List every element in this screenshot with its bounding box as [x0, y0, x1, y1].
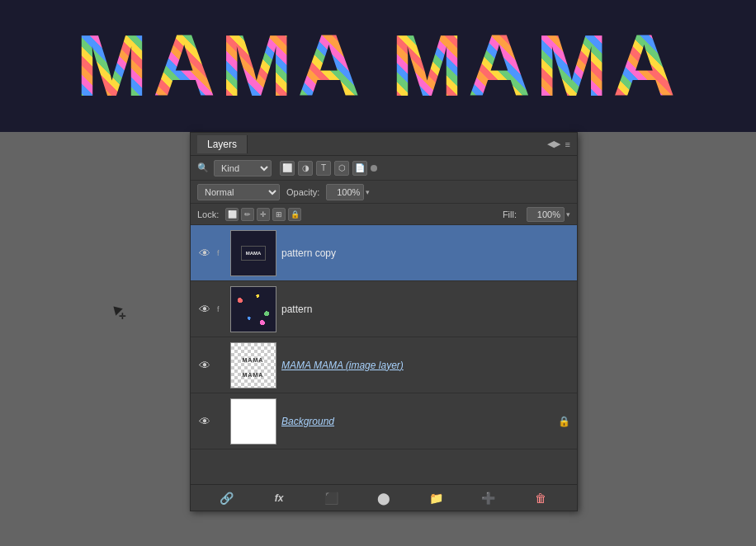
- layer-fx-badge: f: [217, 305, 225, 313]
- opacity-wrap: ▾: [326, 184, 370, 200]
- link-layers-button[interactable]: 🔗: [218, 489, 236, 507]
- layer-name: MAMA MAMA (image layer): [281, 360, 570, 371]
- fill-wrap: ▾: [527, 207, 570, 222]
- filter-adjust-icon[interactable]: ◑: [298, 161, 313, 176]
- tab-layers[interactable]: Layers: [197, 135, 248, 153]
- banner: MAMA MAMA: [0, 0, 756, 132]
- new-fill-button[interactable]: ⬛: [323, 489, 341, 507]
- layers-list: 👁 f MAMA pattern copy 👁 f p: [191, 225, 577, 456]
- search-icon: 🔍: [197, 162, 209, 173]
- blend-mode-select[interactable]: Normal: [197, 184, 280, 200]
- layer-name: Background: [281, 416, 553, 427]
- filter-icons: ⬜ ◑ T ⬡ 📄: [280, 161, 377, 176]
- thumbnail-dark-bg: MAMA: [231, 231, 276, 275]
- banner-title: MAMA MAMA: [76, 16, 680, 115]
- search-icon-wrap: 🔍: [197, 162, 209, 173]
- thumb-mama-label: MAMA MAMA: [243, 357, 264, 378]
- panel-collapse-icon[interactable]: ◀▶: [547, 139, 560, 149]
- layer-visibility-toggle[interactable]: 👁: [197, 414, 212, 429]
- layer-thumbnail: MAMA: [230, 230, 276, 276]
- layer-fx-badge: f: [217, 249, 225, 257]
- filter-pixel-icon[interactable]: ⬜: [280, 161, 295, 176]
- layer-row[interactable]: 👁 f pattern: [191, 281, 577, 337]
- canvas-area: ✛ Layers ◀▶ ≡ 🔍 Kind ⬜ ◑ T: [0, 132, 756, 546]
- opacity-input[interactable]: [326, 184, 364, 200]
- kind-select[interactable]: Kind: [214, 160, 272, 177]
- layer-thumbnail: [230, 398, 276, 445]
- panel-header: Layers ◀▶ ≡: [191, 133, 577, 156]
- thumb-mama-text-wrap: MAMA MAMA: [243, 351, 265, 380]
- layer-row[interactable]: 👁 f MAMA pattern copy: [191, 225, 577, 281]
- filter-type-icon[interactable]: T: [316, 161, 331, 176]
- cursor-move-icon: ✛: [119, 313, 125, 321]
- layer-row[interactable]: 👁 MAMA MAMA MAMA MAMA (image layer): [191, 337, 577, 393]
- layer-visibility-toggle[interactable]: 👁: [197, 358, 212, 373]
- thumbnail-white: [231, 399, 276, 444]
- layer-thumbnail: [230, 286, 276, 332]
- delete-layer-button[interactable]: 🗑: [532, 489, 550, 507]
- layer-row[interactable]: 👁 Background 🔒: [191, 393, 577, 450]
- new-layer-button[interactable]: ➕: [480, 489, 498, 507]
- lock-row: Lock: ⬜ ✏ ✛ ⊞ 🔒 Fill: ▾: [191, 204, 577, 225]
- layer-visibility-toggle[interactable]: 👁: [197, 302, 212, 317]
- layers-panel: Layers ◀▶ ≡ 🔍 Kind ⬜ ◑ T ⬡ 📄: [190, 132, 578, 511]
- thumb-label: MAMA: [246, 251, 262, 256]
- layer-thumbnail: MAMA MAMA: [230, 342, 276, 388]
- thumbnail-mama: MAMA MAMA: [231, 343, 276, 388]
- panel-tabs: Layers: [197, 135, 248, 153]
- layer-name: pattern copy: [281, 247, 570, 259]
- filter-smart-icon[interactable]: 📄: [352, 161, 367, 176]
- filter-shape-icon[interactable]: ⬡: [334, 161, 349, 176]
- group-button[interactable]: 📁: [427, 489, 445, 507]
- lock-artboards-icon[interactable]: ✛: [257, 208, 270, 221]
- filter-dot[interactable]: [371, 165, 377, 172]
- fill-arrow[interactable]: ▾: [566, 210, 570, 219]
- fill-label: Fill:: [503, 209, 517, 219]
- opacity-arrow[interactable]: ▾: [366, 188, 370, 196]
- thumbnail-pattern: [231, 287, 276, 332]
- layer-lock-icon: 🔒: [558, 416, 570, 427]
- panel-header-icons: ◀▶ ≡: [547, 139, 570, 149]
- lock-all-icon[interactable]: 🔒: [288, 208, 301, 221]
- opacity-label: Opacity:: [286, 187, 319, 197]
- layer-name: pattern: [281, 304, 570, 315]
- fill-input[interactable]: [527, 207, 565, 222]
- lock-position-icon[interactable]: ✏: [241, 208, 254, 221]
- filter-row: 🔍 Kind ⬜ ◑ T ⬡ 📄: [191, 156, 577, 181]
- thumb-inner: MAMA: [241, 246, 266, 261]
- panel-toolbar: 🔗 fx ⬛ ⬤ 📁 ➕ 🗑: [191, 484, 577, 511]
- lock-label: Lock:: [197, 209, 219, 219]
- lock-slice-icon[interactable]: ⊞: [272, 208, 286, 221]
- panel-menu-icon[interactable]: ≡: [565, 139, 570, 149]
- cursor: ✛: [111, 305, 125, 318]
- mask-button[interactable]: ⬤: [375, 489, 393, 507]
- lock-icons: ⬜ ✏ ✛ ⊞ 🔒: [225, 208, 301, 221]
- blend-row: Normal Opacity: ▾: [191, 181, 577, 204]
- lock-pixels-icon[interactable]: ⬜: [225, 208, 239, 221]
- fx-button[interactable]: fx: [270, 489, 288, 507]
- layer-visibility-toggle[interactable]: 👁: [197, 246, 212, 261]
